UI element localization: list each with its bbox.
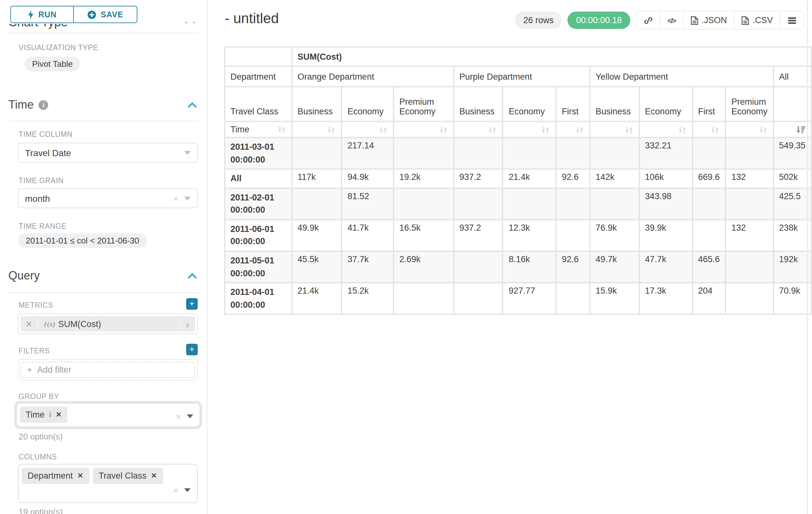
row-label: All <box>225 170 291 187</box>
collapse-chevron-icon[interactable] <box>187 102 197 108</box>
pivot-value-cell: 117k <box>292 170 341 187</box>
sort-icon[interactable] <box>758 126 767 134</box>
pivot-value-cell <box>726 252 773 282</box>
sort-descending-icon[interactable] <box>796 126 806 134</box>
sort-icon[interactable] <box>677 126 687 134</box>
caret-down-icon <box>184 488 191 492</box>
columns-hint: 19 option(s) <box>19 507 63 514</box>
export-csv-button[interactable]: .CSV <box>735 11 781 29</box>
chart-title[interactable]: - untitled <box>225 10 279 27</box>
pivot-value-cell <box>556 283 589 314</box>
run-button[interactable]: RUN <box>10 6 74 23</box>
sort-cell <box>774 122 811 137</box>
row-label: 2011-02-01 00:00:00 <box>225 189 291 219</box>
group-by-select[interactable]: Timei✕ × <box>16 403 200 427</box>
corner-cell <box>225 48 291 65</box>
sort-icon[interactable] <box>327 126 336 134</box>
select-controls: × <box>171 411 193 422</box>
run-save-group: RUN SAVE <box>10 6 137 23</box>
pivot-value-cell: 192k <box>774 252 811 282</box>
clear-icon[interactable]: × <box>173 485 178 495</box>
export-button-group: </> .JSON .CSV <box>636 11 804 30</box>
time-range-pill[interactable]: 2011-01-01 ≤ col < 2011-06-30 <box>18 233 147 248</box>
fx-icon: ƒ(x) <box>44 320 55 328</box>
view-query-button[interactable]: </> <box>661 11 684 29</box>
sort-cell <box>343 122 393 137</box>
add-filter-button[interactable]: + <box>186 344 198 355</box>
time-column-select[interactable]: Travel Date <box>18 143 198 163</box>
query-timer-badge: 00:00:00.18 <box>568 11 630 29</box>
sort-cell <box>556 122 589 137</box>
pivot-value-cell: 76.9k <box>590 220 639 250</box>
clear-icon[interactable]: × <box>176 411 181 422</box>
time-grain-select[interactable]: month × <box>18 188 198 208</box>
column-header: Business <box>292 87 341 121</box>
pivot-value-cell: 49.7k <box>590 252 639 282</box>
pivot-value-cell: 106k <box>640 170 692 187</box>
row-label: 2011-03-01 00:00:00 <box>225 138 291 168</box>
sort-icon[interactable] <box>625 126 634 134</box>
pivot-value-cell: 17.3k <box>640 283 692 314</box>
row-axis-travel-class: Travel Class <box>225 87 291 121</box>
sort-icon[interactable] <box>488 126 497 134</box>
remove-pill-icon[interactable]: ✕ <box>56 410 62 419</box>
pivot-value-cell <box>454 189 502 219</box>
scrollbar-track[interactable] <box>807 0 808 514</box>
time-axis-label: Time <box>230 125 250 134</box>
add-metric-button[interactable]: + <box>186 298 198 310</box>
pivot-value-cell: 15.2k <box>343 283 393 314</box>
viz-type-pill[interactable]: Pivot Table <box>24 57 81 71</box>
metrics-control: ✕ ƒ(x) SUM(Cost) › <box>18 314 198 334</box>
pivot-value-cell: 12.3k <box>503 220 555 250</box>
selected-value-pill[interactable]: Department✕ <box>22 468 89 484</box>
column-header: Economy <box>343 87 393 121</box>
selected-value-pill[interactable]: Travel Class✕ <box>93 468 163 484</box>
time-section-title: Time <box>8 98 34 112</box>
divider <box>8 292 198 293</box>
add-filter-dropzone[interactable]: + Add filter <box>21 362 195 378</box>
remove-pill-icon[interactable]: ✕ <box>77 471 83 480</box>
link-icon <box>644 16 653 25</box>
pivot-value-cell <box>556 220 589 250</box>
pill-label: Department <box>28 471 73 481</box>
pivot-value-cell <box>292 138 341 168</box>
caret-down-icon <box>184 196 191 200</box>
sort-icon[interactable] <box>575 126 584 134</box>
expand-metric-icon[interactable]: › <box>179 318 195 329</box>
remove-metric-icon[interactable]: ✕ <box>21 319 38 329</box>
collapse-chevron-icon[interactable] <box>187 272 197 279</box>
sort-icon[interactable] <box>711 126 720 134</box>
info-icon: i <box>49 410 51 420</box>
pivot-value-cell: 937.2 <box>454 220 502 250</box>
pivot-value-cell: 92.6 <box>556 252 589 282</box>
filters-label: FILTERS <box>19 347 50 355</box>
share-link-button[interactable] <box>637 11 661 29</box>
pivot-value-cell <box>556 138 589 168</box>
pivot-value-cell <box>503 189 555 219</box>
select-controls: × <box>168 485 191 495</box>
column-header: Premium Economy <box>394 87 453 121</box>
time-section-heading: Time i <box>8 98 49 112</box>
viz-type-label: VISUALIZATION TYPE <box>19 44 98 51</box>
selected-value-pill[interactable]: Timei✕ <box>20 407 67 423</box>
sort-icon[interactable] <box>379 126 388 134</box>
sort-icon[interactable] <box>277 125 286 134</box>
pill-label: Time <box>26 410 45 420</box>
menu-button[interactable] <box>781 11 804 29</box>
pivot-value-cell: 21.4k <box>292 283 341 314</box>
table-row: 2011-06-01 00:00:0049.9k41.7k16.5k937.21… <box>225 220 811 250</box>
export-json-button[interactable]: .JSON <box>683 11 735 29</box>
sort-icon[interactable] <box>439 126 448 134</box>
time-column-label: TIME COLUMN <box>19 130 72 138</box>
save-button[interactable]: SAVE <box>74 6 137 23</box>
remove-pill-icon[interactable]: ✕ <box>151 471 157 480</box>
sort-icon[interactable] <box>541 126 550 134</box>
clear-icon[interactable]: × <box>173 193 178 204</box>
row-axis-department: Department <box>225 67 291 86</box>
pivot-value-cell: 132 <box>726 220 773 250</box>
column-header: Business <box>454 87 502 121</box>
pivot-value-cell <box>590 189 639 219</box>
metric-pill[interactable]: ✕ ƒ(x) SUM(Cost) › <box>21 316 195 331</box>
columns-select[interactable]: Department✕Travel Class✕ × <box>18 464 198 503</box>
sort-cell <box>503 122 555 137</box>
